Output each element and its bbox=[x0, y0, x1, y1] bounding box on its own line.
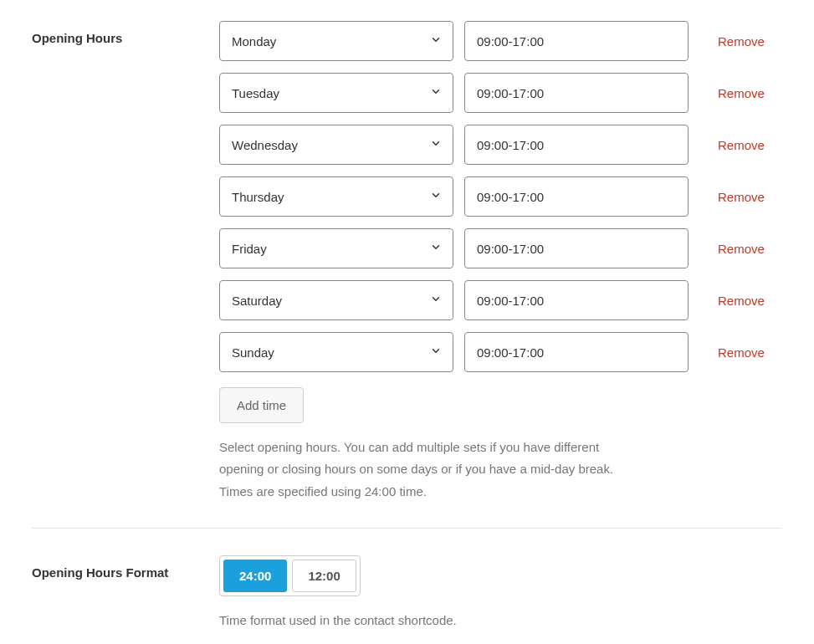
remove-link[interactable]: Remove bbox=[718, 294, 765, 308]
time-input[interactable] bbox=[464, 332, 689, 372]
opening-hours-format-label: Opening Hours Format bbox=[32, 555, 219, 580]
day-select-wrapper: Thursday bbox=[219, 176, 453, 217]
day-select[interactable]: Tuesday bbox=[219, 73, 453, 113]
opening-hours-controls: MondayRemoveTuesdayRemoveWednesdayRemove… bbox=[219, 21, 782, 503]
opening-hours-format-help: Time format used in the contact shortcod… bbox=[219, 610, 646, 631]
time-input[interactable] bbox=[464, 73, 689, 113]
opening-hours-help: Select opening hours. You can add multip… bbox=[219, 437, 646, 503]
remove-link[interactable]: Remove bbox=[718, 86, 765, 100]
day-select[interactable]: Wednesday bbox=[219, 125, 453, 165]
remove-link[interactable]: Remove bbox=[718, 34, 765, 49]
day-select-wrapper: Friday bbox=[219, 228, 453, 268]
day-select-wrapper: Monday bbox=[219, 21, 453, 61]
day-select[interactable]: Friday bbox=[219, 228, 453, 268]
day-select[interactable]: Monday bbox=[219, 21, 453, 61]
opening-hours-format-section: Opening Hours Format 24:00 12:00 Time fo… bbox=[32, 528, 782, 644]
hours-row: FridayRemove bbox=[219, 228, 782, 268]
day-select[interactable]: Sunday bbox=[219, 332, 453, 372]
day-select-wrapper: Tuesday bbox=[219, 73, 453, 113]
hours-row: ThursdayRemove bbox=[219, 176, 782, 217]
opening-hours-label: Opening Hours bbox=[32, 21, 219, 45]
opening-hours-format-controls: 24:00 12:00 Time format used in the cont… bbox=[219, 555, 782, 631]
hours-row: SaturdayRemove bbox=[219, 280, 782, 320]
hours-row: SundayRemove bbox=[219, 332, 782, 372]
day-select-wrapper: Wednesday bbox=[219, 125, 453, 165]
time-format-toggle: 24:00 12:00 bbox=[219, 555, 361, 596]
add-time-button[interactable]: Add time bbox=[219, 387, 304, 423]
remove-link[interactable]: Remove bbox=[718, 190, 765, 204]
time-input[interactable] bbox=[464, 125, 689, 165]
remove-link[interactable]: Remove bbox=[718, 242, 765, 256]
time-input[interactable] bbox=[464, 176, 689, 217]
format-24-button[interactable]: 24:00 bbox=[223, 560, 287, 592]
hours-row: WednesdayRemove bbox=[219, 125, 782, 165]
hours-row: MondayRemove bbox=[219, 21, 782, 61]
day-select-wrapper: Sunday bbox=[219, 332, 453, 372]
remove-link[interactable]: Remove bbox=[718, 138, 765, 152]
day-select[interactable]: Thursday bbox=[219, 176, 453, 217]
time-input[interactable] bbox=[464, 228, 689, 268]
time-input[interactable] bbox=[464, 280, 689, 320]
format-12-button[interactable]: 12:00 bbox=[292, 560, 356, 592]
day-select-wrapper: Saturday bbox=[219, 280, 453, 320]
hours-row: TuesdayRemove bbox=[219, 73, 782, 113]
time-input[interactable] bbox=[464, 21, 689, 61]
opening-hours-section: Opening Hours MondayRemoveTuesdayRemoveW… bbox=[32, 21, 782, 528]
remove-link[interactable]: Remove bbox=[718, 345, 765, 360]
day-select[interactable]: Saturday bbox=[219, 280, 453, 320]
